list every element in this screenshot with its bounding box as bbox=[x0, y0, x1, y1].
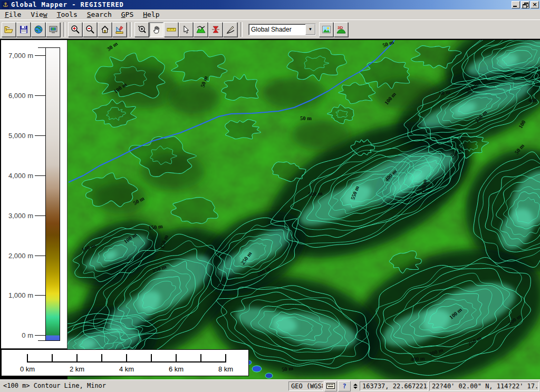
path-profile-button[interactable] bbox=[194, 22, 208, 37]
scale-tick bbox=[27, 354, 28, 362]
menu-file[interactable]: File bbox=[0, 10, 26, 19]
pan-hand-button[interactable] bbox=[149, 22, 163, 37]
legend-tick-label: 5,000 m bbox=[8, 132, 33, 140]
elevation-legend: 7,000 m6,000 m5,000 m4,000 m3,000 m2,000… bbox=[1, 40, 68, 349]
contour-label: 50 m bbox=[300, 115, 312, 121]
scale-label: 2 km bbox=[70, 365, 84, 373]
menu-view[interactable]: View bbox=[26, 10, 52, 19]
status-coords-dms: 22?40' 02.00" N, 114?22' 17.89" E bbox=[429, 381, 539, 391]
legend-bar-end-tick bbox=[38, 47, 45, 48]
toolbar-separator bbox=[63, 22, 65, 37]
anchor-globe-icon: ⚓ bbox=[2, 1, 9, 9]
pan-hand-icon bbox=[152, 25, 161, 34]
zoom-tool-icon bbox=[137, 25, 147, 34]
screen-capture-button[interactable] bbox=[46, 22, 60, 37]
scale-label: 8 km bbox=[218, 365, 233, 373]
shader-select[interactable]: Global Shader▼ bbox=[248, 24, 316, 35]
contour-label: 100 m bbox=[420, 179, 427, 194]
select-arrow-button[interactable] bbox=[179, 22, 193, 37]
digitizer-button[interactable] bbox=[223, 22, 237, 37]
toolbar: Global Shader▼3D bbox=[0, 19, 540, 39]
save-button[interactable] bbox=[16, 22, 31, 37]
minimize-button[interactable] bbox=[512, 1, 520, 8]
window-title: Global Mapper - REGISTERED bbox=[11, 1, 512, 8]
full-view-icon bbox=[100, 25, 110, 34]
restore-button[interactable] bbox=[521, 1, 529, 8]
digitizer-icon bbox=[226, 25, 235, 34]
scale-bar: 0 km2 km4 km6 km8 km bbox=[1, 349, 249, 376]
scale-tick bbox=[126, 354, 127, 362]
legend-tick-label: 7,000 m bbox=[8, 52, 33, 60]
raster-options-icon bbox=[322, 25, 331, 34]
status-coords-decimal: 163737, 22.66722137 ) bbox=[360, 381, 428, 391]
scale-tick bbox=[76, 354, 78, 362]
scale-label: 6 km bbox=[169, 365, 184, 373]
keyboard-icon[interactable] bbox=[324, 381, 337, 391]
spinner-up-icon[interactable] bbox=[353, 384, 358, 386]
zoom-out-icon bbox=[85, 25, 95, 34]
zoom-in-icon bbox=[71, 25, 80, 34]
status-feature-info: <100 m> Contour Line, Minor bbox=[1, 381, 287, 391]
line-of-sight-icon bbox=[211, 25, 220, 34]
scale-tick bbox=[52, 354, 53, 362]
legend-tick-label: 3,000 m bbox=[8, 212, 33, 220]
menu-tools[interactable]: Tools bbox=[52, 10, 82, 19]
legend-tick-label: 0 m bbox=[22, 331, 33, 339]
map-view[interactable]: 30 m100 m50 m50 m50 m100 m50 m300 m40025… bbox=[68, 40, 540, 379]
status-bar: <100 m> Contour Line, Minor GEO (WGS84 ?… bbox=[0, 379, 540, 392]
legend-tick bbox=[35, 175, 45, 176]
save-icon bbox=[19, 25, 28, 34]
help-icon[interactable]: ? bbox=[338, 381, 351, 391]
legend-tick bbox=[35, 55, 45, 56]
measure-button[interactable] bbox=[164, 22, 178, 37]
global-mapper-window: { "titlebar": { "icon": "anchor-globe-ic… bbox=[0, 0, 540, 392]
zoom-out-button[interactable] bbox=[83, 22, 97, 37]
legend-tick bbox=[35, 135, 45, 136]
world-download-button[interactable] bbox=[31, 22, 45, 37]
raster-options-button[interactable] bbox=[319, 22, 333, 37]
zoom-scale-icon bbox=[115, 25, 124, 34]
legend-tick-label: 2,000 m bbox=[8, 252, 33, 260]
scale-label: 4 km bbox=[119, 365, 134, 373]
legend-tick bbox=[35, 295, 45, 296]
legend-tick-label: 6,000 m bbox=[8, 92, 33, 100]
chevron-down-icon[interactable]: ▼ bbox=[305, 24, 315, 35]
open-file-button[interactable] bbox=[2, 22, 16, 37]
shader-select-value: Global Shader bbox=[249, 24, 305, 35]
path-profile-icon bbox=[196, 25, 206, 34]
world-download-icon bbox=[34, 25, 43, 34]
line-of-sight-button[interactable] bbox=[208, 22, 223, 37]
spinner-down-icon[interactable] bbox=[353, 387, 358, 389]
view-3d-button[interactable]: 3D bbox=[334, 22, 348, 37]
toolbar-separator bbox=[240, 22, 243, 37]
zoom-tool-button[interactable] bbox=[134, 22, 149, 37]
select-arrow-icon bbox=[181, 25, 191, 34]
elevation-gradient-bar bbox=[45, 47, 60, 341]
legend-tick bbox=[35, 215, 45, 216]
legend-tick bbox=[35, 256, 45, 256]
scale-label: 0 km bbox=[20, 365, 35, 373]
coordinate-spinner[interactable] bbox=[352, 381, 359, 391]
toolbar-separator bbox=[130, 22, 132, 37]
zoom-scale-button[interactable] bbox=[112, 22, 127, 37]
screen-capture-icon bbox=[49, 25, 58, 34]
legend-tick bbox=[35, 335, 45, 336]
measure-icon bbox=[167, 25, 176, 34]
menu-gps[interactable]: GPS bbox=[117, 10, 138, 19]
view-3d-icon: 3D bbox=[336, 25, 346, 34]
scale-tick bbox=[151, 354, 152, 362]
menu-help[interactable]: Help bbox=[138, 10, 164, 19]
legend-bar-end-tick bbox=[38, 340, 45, 341]
scale-tick bbox=[200, 354, 201, 362]
status-projection: GEO (WGS84 bbox=[288, 381, 323, 391]
legend-tick-label: 4,000 m bbox=[8, 172, 33, 180]
zoom-in-button[interactable] bbox=[68, 22, 82, 37]
scale-tick bbox=[176, 354, 177, 362]
menu-search[interactable]: Search bbox=[82, 10, 117, 19]
main-area: 30 m100 m50 m50 m50 m100 m50 m300 m40025… bbox=[0, 39, 540, 379]
full-view-button[interactable] bbox=[98, 22, 112, 37]
contour-label: 400 bbox=[528, 97, 537, 103]
close-button[interactable]: × bbox=[531, 1, 539, 8]
contour-label: 500 m bbox=[308, 190, 323, 197]
open-file-icon bbox=[4, 25, 14, 34]
